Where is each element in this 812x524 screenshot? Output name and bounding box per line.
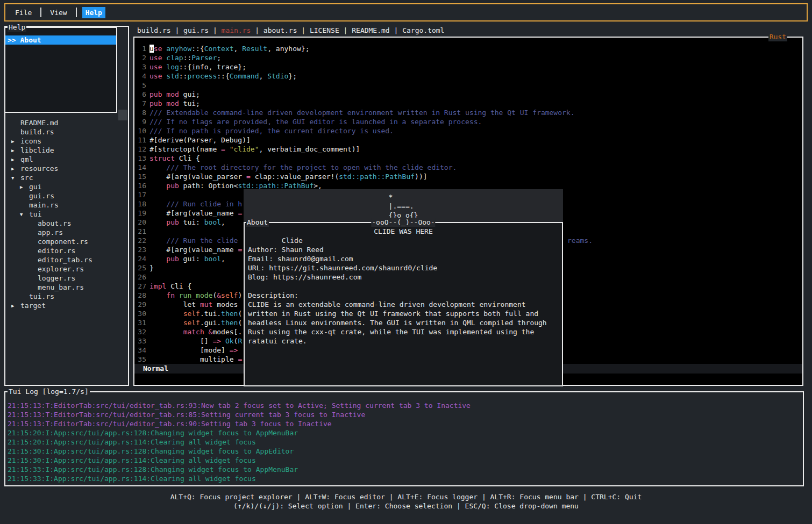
line-number: 4 xyxy=(136,71,146,81)
about-email: Email: shaunrd0@gmail.com xyxy=(248,254,559,263)
log-entry: 21:15:13:T:EditorTab:src/tui/editor_tab.… xyxy=(8,419,802,428)
menu-item-help[interactable]: Help xyxy=(82,7,105,18)
line-number: 15 xyxy=(136,172,146,181)
code-line-14: 14 /// The root directory for the projec… xyxy=(134,163,802,172)
line-number: 1 xyxy=(136,44,146,53)
tab-Cargo.toml[interactable]: Cargo.toml xyxy=(402,26,444,34)
code-text: impl Cli { xyxy=(149,282,191,290)
tree-item-label: editor_tab.rs xyxy=(38,256,92,264)
tree-item-label: target xyxy=(20,302,46,310)
tree-item-label: logger.rs xyxy=(38,274,75,282)
tree-item-label: build.rs xyxy=(20,128,54,136)
log-entry: 21:15:20:I:App:src/tui/app.rs:114:Cleari… xyxy=(8,437,802,447)
help-dropdown-item-about[interactable]: >> About xyxy=(5,35,116,45)
editor-tab-bar: build.rs | gui.rs | main.rs | about.rs |… xyxy=(137,26,444,35)
line-number: 30 xyxy=(136,309,146,318)
app-window: FileViewHelp README.mdbuild.rs▶icons▶lib… xyxy=(0,0,812,524)
code-text: /// If no flags are provided, the GUI ed… xyxy=(149,118,482,126)
code-line-8: 8/// Extendable command-line driven deve… xyxy=(134,108,802,117)
menu-item-view[interactable]: View xyxy=(47,7,70,18)
explorer-item-menu_bar.rs[interactable]: menu_bar.rs xyxy=(5,283,128,292)
code-text: #[structopt(name = "clide", verbatim_doc… xyxy=(149,145,360,153)
tab-separator: | xyxy=(297,26,309,34)
code-text: self.tui.then( xyxy=(149,310,242,318)
code-line-5: 5 xyxy=(134,81,802,90)
log-entry: 21:15:30:I:App:src/tui/app.rs:114:Cleari… xyxy=(8,456,802,465)
explorer-item-README.md[interactable]: README.md xyxy=(5,118,128,127)
line-number: 33 xyxy=(136,336,146,346)
chevron-expanded-icon: ▼ xyxy=(20,210,29,219)
code-text: self.gui.then( xyxy=(149,319,242,327)
explorer-item-build.rs[interactable]: build.rs xyxy=(5,127,128,137)
code-line-3: 3use log::{info, trace}; xyxy=(134,62,802,71)
log-entry: 21:15:30:I:App:src/tui/app.rs:128:Changi… xyxy=(8,447,802,456)
explorer-item-logger.rs[interactable]: logger.rs xyxy=(5,274,128,283)
explorer-item-gui[interactable]: ▶gui xyxy=(5,182,128,191)
tab-LICENSE[interactable]: LICENSE xyxy=(310,26,339,34)
about-description-heading: Description: xyxy=(248,291,559,300)
line-number: 10 xyxy=(136,126,146,135)
code-line-12: 12#[structopt(name = "clide", verbatim_d… xyxy=(134,145,802,154)
line-number: 9 xyxy=(136,117,146,126)
about-ascii-art-band: * |.===. {}o o{} xyxy=(244,189,563,222)
tree-item-label: libclide xyxy=(20,146,54,154)
code-text: #[arg(value_parser = clap::value_parser!… xyxy=(149,173,428,181)
code-text: use log::{info, trace}; xyxy=(149,63,246,71)
explorer-item-qml[interactable]: ▶qml xyxy=(5,155,128,164)
code-fragment-after-popup: reams. xyxy=(567,236,593,245)
explorer-item-main.rs[interactable]: main.rs xyxy=(5,200,128,210)
tree-item-label: icons xyxy=(20,137,41,145)
line-number: 21 xyxy=(136,227,146,236)
owl-feet-ascii-art: -ooO--(_)--Ooo- xyxy=(371,218,435,227)
tree-item-label: tui.rs xyxy=(29,292,54,300)
explorer-item-target[interactable]: ▶target xyxy=(5,301,128,310)
file-tree: README.mdbuild.rs▶icons▶libclide▶qml▶res… xyxy=(5,118,128,310)
explorer-item-gui.rs[interactable]: gui.rs xyxy=(5,191,128,200)
explorer-item-editor_tab.rs[interactable]: editor_tab.rs xyxy=(5,255,128,264)
explorer-item-component.rs[interactable]: component.rs xyxy=(5,237,128,246)
explorer-item-src[interactable]: ▼src xyxy=(5,173,128,182)
editor-mode-label: Normal xyxy=(143,364,168,372)
explorer-item-editor.rs[interactable]: editor.rs xyxy=(5,246,128,255)
code-text: let mut modes xyxy=(149,300,238,308)
explorer-item-app.rs[interactable]: app.rs xyxy=(5,228,128,237)
line-number: 25 xyxy=(136,263,146,272)
code-text: /// If no path is provided, the current … xyxy=(149,127,394,135)
chevron-collapsed-icon: ▶ xyxy=(11,164,20,174)
explorer-item-about.rs[interactable]: about.rs xyxy=(5,219,128,228)
explorer-item-resources[interactable]: ▶resources xyxy=(5,164,128,173)
explorer-item-libclide[interactable]: ▶libclide xyxy=(5,146,128,155)
tab-main.rs[interactable]: main.rs xyxy=(222,26,251,34)
log-entry: 21:15:33:I:App:src/tui/app.rs:114:Cleari… xyxy=(8,474,802,483)
code-text: match &modes[. xyxy=(149,328,242,336)
about-description: CLIDE is an extendable command-line driv… xyxy=(248,300,559,346)
code-text: pub mod gui; xyxy=(149,90,200,98)
code-text: struct Cli { xyxy=(149,154,200,162)
chevron-collapsed-icon: ▶ xyxy=(11,137,20,146)
code-text: use anyhow::{Context, Result, anyhow}; xyxy=(149,45,309,53)
code-line-6: 6pub mod gui; xyxy=(134,90,802,99)
explorer-item-tui.rs[interactable]: tui.rs xyxy=(5,292,128,301)
code-text: pub mod tui; xyxy=(149,99,200,107)
line-number: 27 xyxy=(136,282,146,291)
log-panel-title: Tui Log [log=1.7/s] xyxy=(8,387,90,396)
explorer-item-tui[interactable]: ▼tui xyxy=(5,210,128,219)
explorer-item-icons[interactable]: ▶icons xyxy=(5,137,128,146)
menu-item-file[interactable]: File xyxy=(12,7,35,18)
menu-bar: FileViewHelp xyxy=(4,3,808,21)
tab-README.md[interactable]: README.md xyxy=(352,26,389,34)
line-number: 18 xyxy=(136,199,146,209)
code-text: pub gui: bool, xyxy=(149,255,225,263)
tab-about.rs[interactable]: about.rs xyxy=(263,26,297,34)
line-number: 23 xyxy=(136,245,146,254)
explorer-scrollbar-thumb[interactable] xyxy=(118,110,127,120)
chevron-collapsed-icon: ▶ xyxy=(11,302,20,311)
tab-build.rs[interactable]: build.rs xyxy=(137,26,171,34)
about-dialog: * |.===. {}o o{} About -ooO--(_)--Ooo- C… xyxy=(244,189,563,386)
about-blog: Blog: https://shaunreed.com xyxy=(248,272,559,282)
help-dropdown-items: >> About xyxy=(5,35,116,45)
line-number: 5 xyxy=(136,81,146,90)
tree-item-label: README.md xyxy=(20,119,58,127)
explorer-item-explorer.rs[interactable]: explorer.rs xyxy=(5,264,128,274)
tab-gui.rs[interactable]: gui.rs xyxy=(183,26,209,34)
